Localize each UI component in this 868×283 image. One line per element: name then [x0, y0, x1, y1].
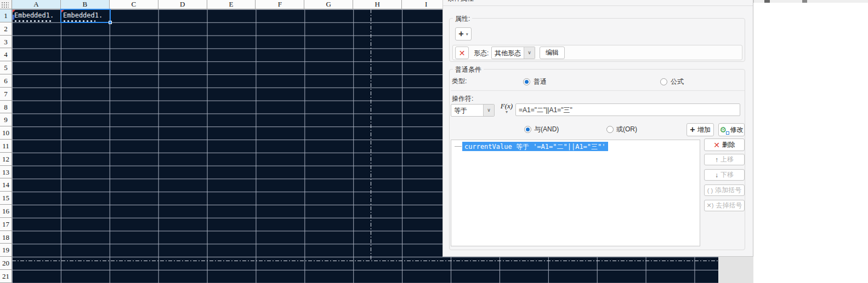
condition-attribute-item[interactable]: 条件属性1 — [755, 3, 868, 18]
row-header[interactable]: 12 — [0, 153, 12, 166]
remove-brackets-icon: ✕) — [707, 202, 714, 209]
operator-select[interactable]: 等于 ∨ — [451, 104, 495, 117]
page-break-vertical-line — [371, 9, 371, 261]
chevron-down-icon: ∨ — [524, 47, 535, 59]
add-brackets-button[interactable]: ( ) 添加括号 — [704, 184, 745, 196]
row-header[interactable]: 15 — [0, 192, 12, 205]
operator-label: 操作符: — [452, 94, 473, 103]
row-header[interactable]: 3 — [0, 36, 12, 49]
radio-and[interactable] — [524, 126, 531, 133]
condition-list[interactable]: currentValue 等于 '=A1="二"||A1="三"' — [451, 140, 700, 246]
row-header[interactable]: 20 — [0, 257, 12, 270]
chevron-down-icon: ▾ — [499, 109, 514, 114]
arrow-up-icon: ↑ — [715, 156, 718, 164]
row-header[interactable]: 5 — [0, 61, 12, 74]
attributes-legend: 属性: — [453, 14, 472, 24]
plus-icon: + — [690, 126, 695, 134]
row-header[interactable]: 18 — [0, 231, 12, 244]
row-header[interactable]: 8 — [0, 101, 12, 114]
cell-b1-selection-border[interactable] — [60, 9, 111, 23]
rename-button[interactable] — [755, 3, 770, 18]
row-header-column: 123456789101112131415161718192021 — [0, 9, 12, 283]
sheet-end-gutter — [718, 257, 753, 283]
attributes-fieldset: 属性: + ▾ ✕ 形态: 其他形态 ∨ 编辑 — [449, 18, 745, 62]
modify-condition-button[interactable]: ⚙ 修改 — [718, 123, 745, 136]
radio-normal-label[interactable]: 普通 — [534, 77, 547, 86]
shape-type-select[interactable]: 其他形态 ∨ — [491, 47, 535, 59]
column-header[interactable]: C — [110, 0, 158, 9]
row-header[interactable]: 16 — [0, 205, 12, 218]
selection-handle[interactable] — [109, 21, 112, 24]
row-header[interactable]: 17 — [0, 218, 12, 231]
radio-and-label[interactable]: 与(AND) — [534, 125, 559, 134]
cell-a1-text[interactable]: Embedded1. — [14, 11, 54, 19]
modify-button-label: 修改 — [730, 125, 744, 135]
row-header[interactable]: 21 — [0, 270, 12, 283]
remove-shape-button[interactable]: ✕ — [455, 47, 469, 59]
remove-brackets-button[interactable]: ✕) 去掉括号 — [704, 200, 745, 211]
report-designer-app: ABCDEFGHI 123456789101112131415161718192… — [0, 0, 868, 283]
condition-attribute-sidebar: 条件属性1 — [753, 0, 868, 283]
column-header[interactable]: E — [207, 0, 256, 9]
section-divider — [451, 90, 745, 91]
condition-attribute-title: 条件属性1 — [770, 5, 805, 15]
chevron-down-icon: ▾ — [466, 32, 468, 37]
move-up-button[interactable]: ↑ 上移 — [704, 154, 745, 165]
row-header[interactable]: 10 — [0, 126, 12, 140]
condition-properties-panel: 条件属性 属性: + ▾ ✕ 形态: 其他形态 ∨ 编辑 — [442, 0, 753, 257]
row-header[interactable]: 11 — [0, 140, 12, 153]
edit-shape-button[interactable]: 编辑 — [540, 47, 565, 59]
delete-x-icon: ✕ — [713, 141, 720, 149]
operator-value: 等于 — [451, 105, 483, 116]
delete-button-label: 删除 — [722, 140, 735, 149]
shape-label: 形态: — [474, 49, 489, 58]
panel-title-clipped: 条件属性 — [447, 0, 513, 2]
row-header[interactable]: 14 — [0, 178, 12, 192]
condition-marker-icon — [13, 10, 15, 13]
row-header[interactable]: 1 — [0, 9, 12, 22]
delete-condition-button[interactable]: ✕ 删除 — [704, 138, 745, 151]
delete-x-icon: ✕ — [459, 49, 466, 57]
sheet-corner-selector[interactable] — [0, 0, 12, 9]
radio-type-formula[interactable] — [660, 78, 667, 85]
condition-list-item-selected[interactable]: currentValue 等于 '=A1="二"||A1="三"' — [462, 142, 608, 151]
row-header[interactable]: 19 — [0, 244, 12, 257]
column-header-row: ABCDEFGHI — [12, 0, 451, 9]
column-header[interactable]: G — [304, 0, 353, 9]
radio-or-label[interactable]: 或(OR) — [616, 125, 637, 134]
radio-type-normal[interactable] — [523, 78, 530, 85]
row-header[interactable]: 9 — [0, 113, 12, 126]
cell-flag-icon — [13, 15, 14, 20]
condition-value-input[interactable]: =A1="二"||A1="三" — [515, 103, 740, 116]
column-header[interactable]: H — [353, 0, 402, 9]
formula-fx-button[interactable]: F(x) ▾ — [499, 102, 514, 114]
add-attribute-button[interactable]: + ▾ — [455, 27, 472, 41]
type-label: 类型: — [452, 77, 467, 86]
move-down-button[interactable]: ↓ 下移 — [704, 169, 745, 181]
shape-type-value: 其他形态 — [492, 47, 524, 59]
chevron-down-icon: ∨ — [483, 105, 494, 116]
shape-attribute-row: ✕ 形态: 其他形态 ∨ 编辑 — [452, 45, 742, 60]
column-header[interactable]: A — [12, 0, 61, 9]
move-down-label: 下移 — [721, 170, 734, 180]
radio-or[interactable] — [606, 126, 614, 133]
gear-icon: ⚙ — [720, 126, 728, 134]
radio-formula-label[interactable]: 公式 — [671, 77, 684, 86]
column-header[interactable]: F — [256, 0, 304, 9]
column-header[interactable]: B — [61, 0, 110, 9]
add-button-label: 增加 — [697, 125, 711, 135]
row-header[interactable]: 13 — [0, 166, 12, 179]
row-header[interactable]: 7 — [0, 88, 12, 101]
add-condition-button[interactable]: + 增加 — [687, 123, 714, 136]
panel-divider — [443, 5, 753, 6]
page-break-horizontal-line — [12, 261, 718, 261]
row-header[interactable]: 4 — [0, 48, 12, 61]
edit-button-label: 编辑 — [546, 48, 559, 57]
column-header[interactable]: D — [158, 0, 207, 9]
fx-icon: F(x) — [501, 102, 513, 110]
row-header[interactable]: 2 — [0, 22, 12, 36]
cell-a1-clipped-second-line — [15, 20, 51, 22]
row-header[interactable]: 6 — [0, 74, 12, 88]
move-up-label: 上移 — [721, 155, 734, 164]
normal-condition-fieldset: 普通条件 类型: 普通 公式 操作符: 等于 ∨ F(x) ▾ =A1="二"|… — [449, 69, 745, 250]
